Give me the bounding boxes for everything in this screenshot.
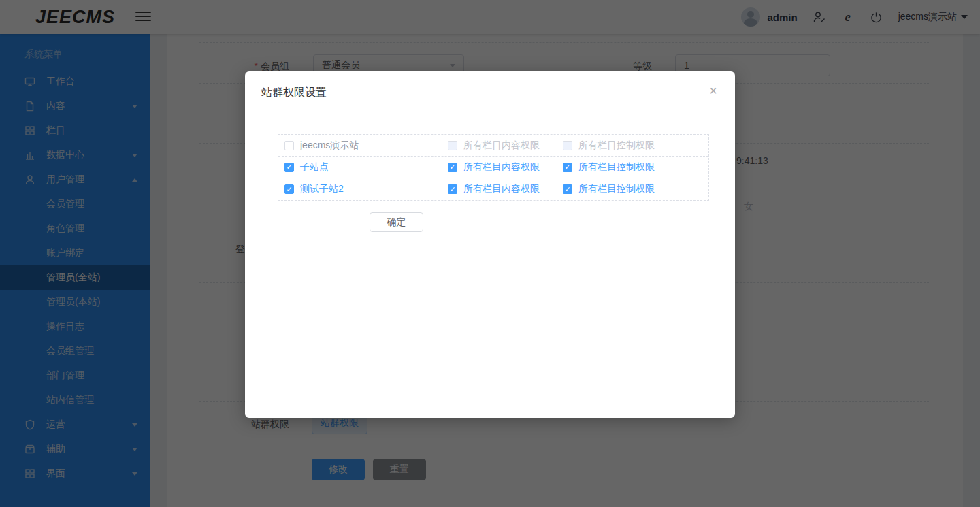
control-perm-label: 所有栏目控制权限 <box>578 183 655 195</box>
content-perm-label: 所有栏目内容权限 <box>463 183 540 195</box>
control-perm-label: 所有栏目控制权限 <box>578 140 655 152</box>
content-perm-label: 所有栏目内容权限 <box>463 161 540 174</box>
site-checkbox[interactable]: ✓ <box>284 184 294 194</box>
control-perm-label: 所有栏目控制权限 <box>578 161 655 174</box>
control-perm-checkbox: ✓ <box>563 141 572 150</box>
table-row: ✓ jeecms演示站 ✓ 所有栏目内容权限 ✓ 所有栏目控制权限 <box>278 135 708 157</box>
table-row: ✓ 测试子站2 ✓ 所有栏目内容权限 ✓ 所有栏目控制权限 <box>278 178 708 200</box>
permission-table: ✓ jeecms演示站 ✓ 所有栏目内容权限 ✓ 所有栏目控制权限 ✓ 子站点 … <box>278 134 709 201</box>
content-perm-checkbox[interactable]: ✓ <box>448 184 457 194</box>
control-perm-checkbox[interactable]: ✓ <box>563 163 572 172</box>
site-checkbox[interactable]: ✓ <box>284 163 294 172</box>
content-perm-label: 所有栏目内容权限 <box>463 140 540 152</box>
site-label[interactable]: 测试子站2 <box>300 183 344 195</box>
content-perm-checkbox[interactable]: ✓ <box>448 163 457 172</box>
confirm-button[interactable]: 确定 <box>370 212 423 232</box>
dialog-title: 站群权限设置 <box>261 86 327 100</box>
site-permission-dialog: 站群权限设置 × ✓ jeecms演示站 ✓ 所有栏目内容权限 ✓ 所有栏目控制… <box>245 71 735 418</box>
control-perm-checkbox[interactable]: ✓ <box>563 184 572 194</box>
content-perm-checkbox: ✓ <box>448 141 457 150</box>
site-label: jeecms演示站 <box>300 140 359 152</box>
close-icon[interactable]: × <box>705 82 721 99</box>
site-checkbox[interactable]: ✓ <box>284 141 294 150</box>
site-label[interactable]: 子站点 <box>300 161 329 174</box>
table-row: ✓ 子站点 ✓ 所有栏目内容权限 ✓ 所有栏目控制权限 <box>278 157 708 178</box>
